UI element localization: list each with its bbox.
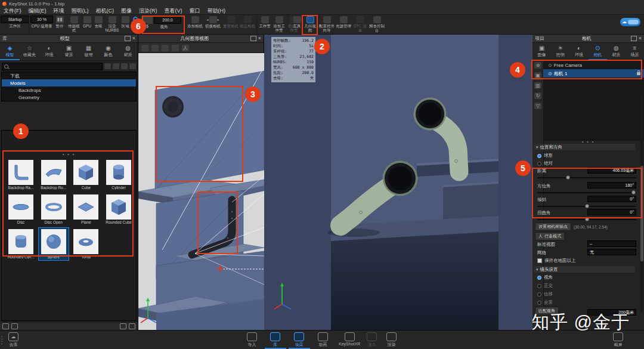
slider-knob[interactable] (631, 190, 636, 194)
tab-material[interactable]: ◍ 材质 (607, 43, 626, 60)
folder-add-icon[interactable] (104, 63, 111, 69)
import-button[interactable]: 导入 (247, 332, 257, 348)
model-thumb-backdrop-ro[interactable]: Backdrop Ro... (38, 158, 69, 192)
gpu-button[interactable]: GPU (82, 16, 92, 28)
dtc-list-button[interactable]: DTC 清单 (353, 16, 367, 32)
section-position-orientation[interactable]: ▾位置和方向 (534, 144, 635, 150)
cloud-library-button[interactable]: ☁ 云库 (8, 332, 18, 348)
tree-item-downloads[interactable]: 下载 (2, 72, 136, 79)
folder-icon[interactable] (120, 323, 126, 329)
render-button[interactable]: 渲染 (386, 332, 397, 348)
perspective-value[interactable]: 200.0 (154, 16, 181, 24)
azimuth-input[interactable]: 180° (587, 182, 636, 189)
distance-input[interactable]: 406.03毫米 (587, 167, 636, 174)
model-thumb-cube[interactable]: Cube (71, 158, 102, 192)
reset-camera-icon[interactable]: ↻ (534, 92, 541, 99)
geometry-view-button[interactable]: 几何视图 (303, 16, 317, 32)
lens-shift[interactable]: 位移 (537, 291, 553, 297)
keep-above-ground-row[interactable]: 保持在地面以上 (537, 258, 576, 264)
lens-perspective[interactable]: 视角 (537, 274, 553, 280)
menu-view[interactable]: 查看(V) (161, 7, 186, 15)
studio-button[interactable]: 工作室 (258, 16, 271, 28)
model-thumb-disc[interactable]: Disc (5, 193, 36, 226)
radio-spherical[interactable]: 球形 (537, 153, 553, 159)
menu-image[interactable]: 图像 (117, 7, 135, 15)
cpu-usage-select[interactable]: 30 % CPU 使用量 (31, 16, 52, 28)
lock-icon[interactable] (637, 72, 640, 75)
menu-lighting[interactable]: 照明(L) (68, 7, 92, 15)
undock-icon[interactable] (250, 36, 256, 41)
zoom-out-icon[interactable] (2, 323, 9, 329)
camera-row-1[interactable]: ⊙ 相机 1 (543, 69, 644, 78)
tab-textures[interactable]: ▦ 纹理 (79, 43, 98, 60)
radio-absolute[interactable]: 绝对 (537, 160, 553, 166)
inclination-input[interactable]: 0° (587, 196, 636, 202)
model-thumb-backdrop-ra[interactable]: Backdrop Ra... (5, 158, 36, 192)
menu-render[interactable]: 渲染(R) (135, 7, 161, 15)
tree-item-backdrops[interactable]: Backdrops (2, 87, 136, 94)
tree-item-geometry[interactable]: Geometry (2, 94, 136, 101)
scrollbar-thumb[interactable] (640, 166, 643, 261)
realtime-view[interactable]: 每秒帧数:196.2 时间:5s 采样值:77 三角形:23,602 NURBS… (264, 35, 532, 330)
workspace-select[interactable]: Startup 工作区 (1, 16, 29, 28)
menu-environment[interactable]: 环境 (50, 7, 68, 15)
model-thumb-torus[interactable]: Torus (71, 227, 102, 261)
project-scrollbar[interactable] (640, 94, 643, 312)
save-camera-icon[interactable]: ▽ (534, 103, 541, 109)
section-lens-settings[interactable]: ▾镜头设置 (534, 266, 635, 273)
tab-lighting[interactable]: ☀ 照明 (551, 43, 569, 60)
configurator-wizard-button[interactable]: 配置程序向导 (319, 16, 335, 32)
camera-row-free[interactable]: ⊙ Free Camera (543, 61, 644, 69)
keyshotxr-button[interactable]: KeyShotXR (339, 332, 360, 346)
region-button[interactable]: 区域 (120, 16, 130, 28)
model-thumb-disc-open[interactable]: Disc Open (38, 193, 69, 226)
delete-camera-icon[interactable]: ▥ (534, 82, 541, 89)
close-icon[interactable]: × (639, 36, 642, 41)
azimuth-slider[interactable] (537, 192, 636, 193)
slider-knob[interactable] (585, 204, 589, 208)
drag-handle[interactable]: •••• (1, 335, 4, 345)
render-nurbs-button[interactable]: 渲染 NURBS (105, 16, 119, 32)
cycle-camera-button[interactable]: ◂ ▸ 切换相机 (204, 16, 222, 28)
filter-icon[interactable] (129, 63, 136, 69)
perspective-control[interactable]: 200.0 视角 (144, 16, 184, 29)
cloud-status-badge[interactable]: ☁ (620, 18, 640, 26)
project-button[interactable]: 项目 (294, 332, 304, 348)
zoom-in-icon[interactable] (11, 323, 18, 329)
denoise-button[interactable]: 去噪 (93, 16, 104, 28)
lock-camera-button[interactable]: 锁定相机 (240, 16, 255, 28)
camera-icon[interactable] (162, 45, 169, 51)
prev-camera-icon[interactable]: ◂ (206, 17, 208, 21)
undock-icon[interactable] (125, 36, 131, 41)
model-thumb-cylinder[interactable]: Cylinder (103, 158, 134, 192)
slider-knob[interactable] (585, 217, 589, 221)
tab-environment[interactable]: ◐ 环境 (569, 43, 588, 60)
menu-help[interactable]: 帮助(H) (204, 7, 230, 15)
close-icon[interactable]: × (258, 36, 261, 41)
tab-favorites[interactable]: ☆ 收藏夹 (20, 43, 39, 60)
menu-file[interactable]: 文件(F) (0, 7, 25, 15)
inclination-slider[interactable] (537, 206, 636, 207)
library-button[interactable]: 库 (270, 332, 280, 348)
close-icon[interactable]: × (132, 36, 135, 41)
tab-image[interactable]: ▣ 图像 (532, 43, 551, 60)
model-thumb-rounded-cylinder[interactable]: Rounded Cyli... (5, 227, 36, 261)
tab-materials[interactable]: ◍ 材质 (118, 43, 138, 60)
script-console-button[interactable]: 脚本控制台 (369, 16, 385, 32)
menu-edit[interactable]: 编辑(E) (25, 7, 50, 15)
undock-icon[interactable] (631, 36, 637, 41)
reset-camera-button[interactable]: 重置相机 (223, 16, 239, 28)
walk-mode-icon[interactable]: 人 (182, 45, 189, 51)
light-manager-button[interactable]: 光源管理 (336, 16, 351, 28)
tools-button[interactable]: 工具 (292, 16, 302, 28)
add-studio-button[interactable]: 添加工作室 (272, 16, 286, 32)
set-pivot-button[interactable]: 设置相机枢轴点 (535, 223, 571, 231)
grid-divider-dots[interactable]: • • • (2, 152, 136, 156)
pause-button[interactable]: ▮▮ 暂停 (54, 16, 66, 28)
twist-input[interactable]: 0° (587, 209, 636, 215)
distance-slider[interactable] (537, 177, 636, 178)
tab-scene[interactable]: ≡ 场景 (626, 43, 644, 60)
animation-button[interactable]: 动画 (318, 332, 328, 348)
tab-environments[interactable]: ◐ 环境 (39, 43, 59, 60)
menu-camera[interactable]: 相机(C) (92, 7, 118, 15)
